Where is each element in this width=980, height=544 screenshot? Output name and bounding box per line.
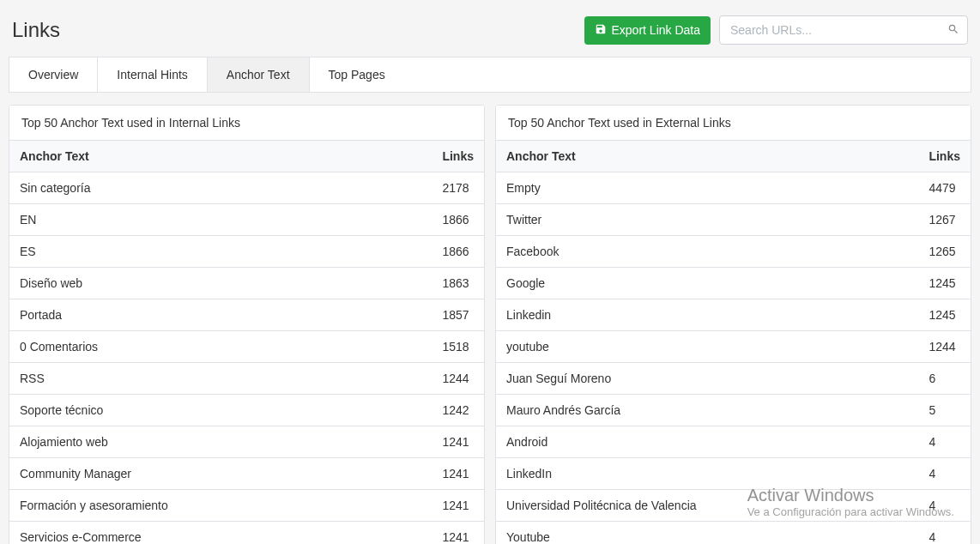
anchor-text-cell: Empty [496, 172, 918, 204]
table-row[interactable]: Formación y asesoramiento1241 [9, 490, 484, 522]
table-row[interactable]: Google1245 [496, 268, 971, 299]
links-count-cell: 1857 [432, 299, 484, 331]
table-row[interactable]: Universidad Politécnica de Valencia4 [496, 490, 971, 522]
links-count-cell: 1241 [432, 522, 484, 545]
links-count-cell: 4479 [918, 172, 971, 204]
links-count-cell: 1866 [432, 236, 484, 268]
links-count-cell: 1267 [918, 204, 971, 236]
links-count-cell: 4 [918, 458, 971, 490]
tab-anchor-text[interactable]: Anchor Text [208, 57, 310, 92]
anchor-text-cell: Youtube [496, 522, 918, 545]
table-row[interactable]: Youtube4 [496, 522, 971, 545]
links-count-cell: 4 [918, 426, 971, 458]
anchor-text-cell: Portada [9, 299, 432, 331]
anchor-text-cell: EN [9, 204, 432, 236]
internal-col-anchor[interactable]: Anchor Text [9, 141, 432, 172]
external-col-anchor[interactable]: Anchor Text [496, 141, 918, 172]
links-count-cell: 6 [918, 363, 971, 395]
external-col-links[interactable]: Links [918, 141, 971, 172]
internal-card-title: Top 50 Anchor Text used in Internal Link… [9, 106, 484, 141]
anchor-text-cell: Google [496, 268, 918, 299]
export-button-label: Export Link Data [612, 23, 701, 37]
links-count-cell: 5 [918, 395, 971, 426]
links-count-cell: 1241 [432, 426, 484, 458]
links-count-cell: 1244 [918, 331, 971, 363]
table-row[interactable]: EN1866 [9, 204, 484, 236]
anchor-text-cell: Android [496, 426, 918, 458]
anchor-text-cell: Universidad Politécnica de Valencia [496, 490, 918, 522]
table-row[interactable]: Empty4479 [496, 172, 971, 204]
anchor-text-cell: Juan Seguí Moreno [496, 363, 918, 395]
table-row[interactable]: Soporte técnico1242 [9, 395, 484, 426]
anchor-text-cell: Servicios e-Commerce [9, 522, 432, 545]
table-row[interactable]: Linkedin1245 [496, 299, 971, 331]
anchor-text-cell: Facebook [496, 236, 918, 268]
tab-internal-hints[interactable]: Internal Hints [98, 57, 207, 92]
header-controls: Export Link Data [584, 15, 969, 45]
anchor-text-cell: 0 Comentarios [9, 331, 432, 363]
anchor-text-cell: Formación y asesoramiento [9, 490, 432, 522]
links-count-cell: 1241 [432, 458, 484, 490]
table-row[interactable]: Community Manager1241 [9, 458, 484, 490]
internal-links-card: Top 50 Anchor Text used in Internal Link… [9, 105, 485, 544]
table-row[interactable]: Mauro Andrés García5 [496, 395, 971, 426]
tab-top-pages[interactable]: Top Pages [310, 57, 404, 92]
tab-overview[interactable]: Overview [9, 57, 98, 92]
search-input[interactable] [719, 15, 968, 45]
table-row[interactable]: Sin categoría2178 [9, 172, 484, 204]
links-count-cell: 1241 [432, 490, 484, 522]
links-count-cell: 4 [918, 490, 971, 522]
table-row[interactable]: Portada1857 [9, 299, 484, 331]
table-row[interactable]: Facebook1265 [496, 236, 971, 268]
links-count-cell: 1245 [918, 268, 971, 299]
content: Top 50 Anchor Text used in Internal Link… [9, 105, 971, 544]
table-row[interactable]: Twitter1267 [496, 204, 971, 236]
links-count-cell: 1242 [432, 395, 484, 426]
anchor-text-cell: RSS [9, 363, 432, 395]
table-row[interactable]: Juan Seguí Moreno6 [496, 363, 971, 395]
table-row[interactable]: RSS1244 [9, 363, 484, 395]
links-count-cell: 1863 [432, 268, 484, 299]
internal-table: Anchor Text Links Sin categoría2178EN186… [9, 141, 484, 544]
save-icon [595, 23, 607, 38]
internal-col-links[interactable]: Links [432, 141, 484, 172]
table-row[interactable]: Diseño web1863 [9, 268, 484, 299]
anchor-text-cell: Soporte técnico [9, 395, 432, 426]
links-count-cell: 1244 [432, 363, 484, 395]
page-title: Links [12, 18, 60, 42]
links-count-cell: 4 [918, 522, 971, 545]
export-link-data-button[interactable]: Export Link Data [584, 16, 711, 45]
table-row[interactable]: Alojamiento web1241 [9, 426, 484, 458]
links-count-cell: 1518 [432, 331, 484, 363]
anchor-text-cell: LinkedIn [496, 458, 918, 490]
anchor-text-cell: ES [9, 236, 432, 268]
anchor-text-cell: Alojamiento web [9, 426, 432, 458]
anchor-text-cell: youtube [496, 331, 918, 363]
links-count-cell: 1265 [918, 236, 971, 268]
links-count-cell: 1866 [432, 204, 484, 236]
table-row[interactable]: Android4 [496, 426, 971, 458]
anchor-text-cell: Community Manager [9, 458, 432, 490]
search-wrap [719, 15, 968, 45]
links-count-cell: 2178 [432, 172, 484, 204]
anchor-text-cell: Mauro Andrés García [496, 395, 918, 426]
table-row[interactable]: youtube1244 [496, 331, 971, 363]
table-row[interactable]: Servicios e-Commerce1241 [9, 522, 484, 545]
anchor-text-cell: Sin categoría [9, 172, 432, 204]
anchor-text-cell: Linkedin [496, 299, 918, 331]
external-table: Anchor Text Links Empty4479Twitter1267Fa… [496, 141, 971, 544]
links-count-cell: 1245 [918, 299, 971, 331]
tabs: Overview Internal Hints Anchor Text Top … [9, 57, 971, 93]
table-row[interactable]: LinkedIn4 [496, 458, 971, 490]
table-row[interactable]: ES1866 [9, 236, 484, 268]
page-header: Links Export Link Data [9, 9, 971, 57]
anchor-text-cell: Diseño web [9, 268, 432, 299]
external-links-card: Top 50 Anchor Text used in External Link… [495, 105, 971, 544]
links-page: Links Export Link Data Overview Internal… [0, 0, 980, 544]
external-card-title: Top 50 Anchor Text used in External Link… [496, 106, 971, 141]
table-row[interactable]: 0 Comentarios1518 [9, 331, 484, 363]
anchor-text-cell: Twitter [496, 204, 918, 236]
